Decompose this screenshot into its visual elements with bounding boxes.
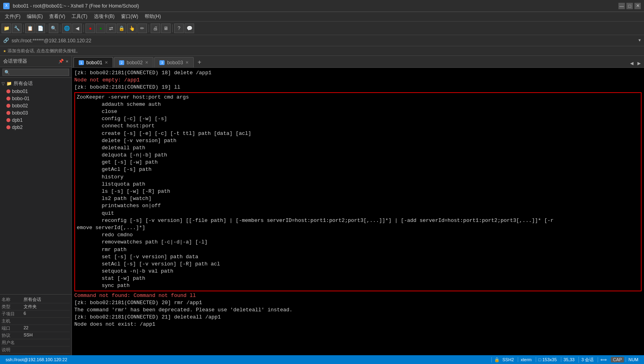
prop-label-type: 类型: [2, 304, 24, 310]
tab-bar: 1 bobo01 ✕ 2 bobo02 ✕ 3 bobo03 ✕ + ◀ ▶: [72, 56, 644, 68]
status-ssh-address: ssh://root@192.168.100.120:22: [3, 357, 70, 362]
window-title: bobo01 - root@bobo01:~ - Xshell 7 (Free …: [13, 3, 139, 9]
toolbar-btn2[interactable]: 🔧: [12, 24, 22, 33]
tab-bobo03[interactable]: 3 bobo03 ✕: [154, 57, 194, 67]
term-line-6: close: [77, 108, 639, 115]
tab-next-button[interactable]: ▶: [636, 60, 642, 67]
terminal[interactable]: [zk: bobo02:2181(CONNECTED) 18] delete /…: [72, 68, 644, 355]
session-dot-bobo02: [6, 104, 10, 108]
tab-bobo01[interactable]: 1 bobo01 ✕: [74, 57, 113, 67]
toolbar-arrows[interactable]: ⇄: [106, 24, 116, 33]
toolbar-sep3: [60, 24, 60, 32]
tree-item-dpb1[interactable]: dpb1: [0, 117, 72, 124]
close-button[interactable]: ✕: [634, 3, 641, 9]
term-line-11: deleteall path: [77, 144, 639, 152]
prop-label-name: 名称: [2, 297, 24, 303]
menu-edit[interactable]: 编辑(E): [24, 12, 46, 21]
toolbar-print[interactable]: 🖨: [151, 24, 160, 33]
toolbar-sep2: [47, 24, 47, 32]
prop-value-protocol: SSH: [24, 332, 70, 338]
status-bar: ssh://root@192.168.100.120:22 🔒 SSH2 xte…: [0, 355, 644, 364]
menu-window[interactable]: 窗口(W): [118, 12, 141, 21]
window-controls: — □ ✕: [618, 3, 641, 9]
tree-item-bobo03[interactable]: bobo03: [0, 109, 72, 117]
status-position: 35,33: [561, 357, 577, 362]
term-line-14: getAcl [-s] path: [77, 166, 639, 173]
term-line-17: ls [-s] [-w] [-R] path: [77, 188, 639, 195]
term-line-33: The command 'rmr' has been deprecated. P…: [74, 307, 642, 314]
prop-value-type: 文件夹: [24, 304, 70, 310]
tree-label-dpb1: dpb1: [12, 117, 23, 123]
maximize-button[interactable]: □: [626, 3, 633, 9]
toolbar-lock[interactable]: 🔒: [117, 24, 126, 33]
term-line-15: history: [77, 174, 639, 181]
toolbar-help[interactable]: ?: [174, 24, 184, 33]
sidebar-close-icon[interactable]: ✕: [66, 59, 68, 64]
toolbar-sep4: [83, 24, 84, 32]
tab-close-bobo01[interactable]: ✕: [105, 60, 108, 65]
tree-item-bobo-01[interactable]: bobo-01: [0, 95, 72, 102]
term-line-13: get [-s] [-w] path: [77, 159, 639, 166]
prop-row-host: 主机: [2, 318, 70, 325]
toolbar-green[interactable]: ●: [96, 24, 105, 33]
prop-label-host: 主机: [2, 318, 24, 324]
sidebar-pin-icon[interactable]: 📌: [58, 59, 64, 64]
toolbar-new-folder[interactable]: 📁: [2, 24, 11, 33]
tab-add-button[interactable]: +: [195, 58, 204, 67]
toolbar-thumb[interactable]: 👆: [127, 24, 137, 33]
sidebar-header-controls: 📌 ✕: [58, 59, 68, 64]
sidebar-title: 会话管理器: [3, 58, 27, 65]
tree-item-bobo02[interactable]: bobo02: [0, 102, 72, 109]
tree-item-dpb2[interactable]: dpb2: [0, 124, 72, 131]
status-size: □ 153x35: [536, 357, 559, 362]
tab-prev-button[interactable]: ◀: [628, 60, 635, 67]
toolbar-btn5[interactable]: ◀: [72, 24, 82, 33]
session-dot-dpb2: [6, 125, 10, 129]
menu-tools[interactable]: 工具(T): [68, 12, 90, 21]
tree-label-bobo03: bobo03: [12, 110, 28, 116]
tab-nav-buttons: ◀ ▶: [628, 60, 642, 67]
address-dropdown-icon[interactable]: ▼: [638, 38, 641, 43]
prop-row-username: 用户名: [2, 339, 70, 346]
term-line-18: ls2 path [watch]: [77, 195, 639, 202]
menu-help[interactable]: 帮助(H): [141, 12, 164, 21]
term-line-34: [zk: bobo02:2181(CONNECTED) 21] deleteal…: [74, 314, 642, 321]
prop-value-children: 6: [24, 311, 70, 317]
sidebar-tree: ▽ 📁 所有会话 bobo01 bobo-01 bobo02 bobo03: [0, 78, 72, 294]
toolbar-search[interactable]: 🔍: [49, 24, 58, 33]
tree-item-all-sessions[interactable]: ▽ 📁 所有会话: [0, 79, 72, 88]
term-line-23: redo cmdno: [77, 231, 639, 239]
toolbar-globe[interactable]: 🌐: [62, 24, 72, 33]
tab-close-bobo03[interactable]: ✕: [185, 60, 189, 65]
prop-label-username: 用户名: [2, 340, 24, 346]
toolbar-chat[interactable]: 💬: [185, 24, 194, 33]
tab-bobo02[interactable]: 2 bobo02 ✕: [114, 57, 153, 67]
prop-value-username: [24, 340, 70, 346]
tab-num-3: 3: [159, 60, 165, 65]
toolbar-red[interactable]: ●: [85, 24, 95, 33]
term-line-22: emove serverId[,...]*]: [77, 224, 639, 231]
status-sessions: 3 会话: [578, 357, 596, 363]
tab-label-bobo01: bobo01: [86, 60, 102, 65]
toolbar-monitor[interactable]: 🖥: [161, 24, 171, 33]
menu-view[interactable]: 查看(V): [46, 12, 68, 21]
toolbar-sep1: [23, 24, 24, 32]
tree-item-bobo01[interactable]: bobo01: [0, 88, 72, 95]
status-arrows: ⟺: [598, 357, 609, 362]
tab-close-bobo02[interactable]: ✕: [145, 60, 148, 65]
term-line-16: listquota path: [77, 181, 639, 188]
menu-tabs[interactable]: 选项卡(B): [91, 12, 118, 21]
minimize-button[interactable]: —: [618, 3, 625, 9]
toolbar-pencil[interactable]: ✏: [137, 24, 147, 33]
menu-file[interactable]: 文件(F): [2, 12, 24, 21]
term-line-19: printwatches on|off: [77, 202, 639, 210]
toolbar-btn3[interactable]: 📋: [25, 24, 35, 33]
term-line-9: create [-s] [-e] [-c] [-t ttl] path [dat…: [77, 130, 639, 137]
resize-icon: □: [539, 357, 541, 362]
prop-row-port: 端口 22: [2, 325, 70, 332]
tab-num-1: 1: [79, 60, 84, 65]
sidebar-search-input[interactable]: [2, 69, 69, 76]
tab-label-bobo02: bobo02: [127, 60, 143, 65]
toolbar-btn4[interactable]: 📄: [36, 24, 45, 33]
term-line-4: ZooKeeper -server host:port cmd args: [77, 94, 639, 101]
